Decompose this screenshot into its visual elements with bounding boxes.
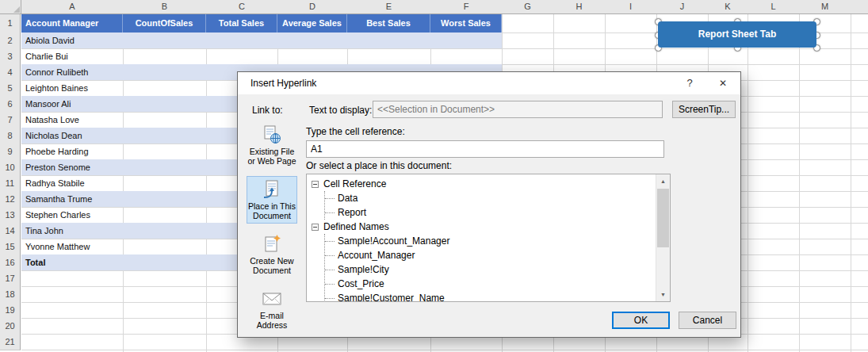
table-header-cell[interactable]: Account Manager <box>21 14 123 33</box>
table-header-cell[interactable]: CountOfSales <box>123 14 206 33</box>
text-to-display-input <box>373 101 663 118</box>
row-header-1[interactable]: 1 <box>0 14 21 33</box>
help-icon[interactable]: ? <box>674 72 705 94</box>
link-to-label: Link to: <box>252 105 283 116</box>
collapse-icon[interactable] <box>312 224 319 231</box>
row-header-8[interactable]: 8 <box>0 128 21 144</box>
sidebar-item-label: Place in This Document <box>247 201 296 220</box>
cell[interactable]: Total <box>21 254 123 270</box>
column-header-I[interactable]: I <box>605 0 657 14</box>
table-header-cell[interactable]: Total Sales <box>206 14 277 33</box>
table-header-cell[interactable]: Average Sales <box>277 14 347 33</box>
tree-children: Data Report <box>324 191 654 220</box>
row-header-16[interactable]: 16 <box>0 254 21 271</box>
row-header-15[interactable]: 15 <box>0 239 21 255</box>
table-header-cell[interactable]: Worst Sales <box>430 14 502 33</box>
column-header-filler <box>851 0 868 14</box>
row-header-3[interactable]: 3 <box>0 48 21 65</box>
tree-item-defined-name[interactable]: Sample!Customer_Name <box>325 291 654 302</box>
column-header-D[interactable]: D <box>277 0 348 14</box>
cell[interactable]: Tina John <box>21 223 123 239</box>
row-header-5[interactable]: 5 <box>0 80 21 97</box>
document-tree-box: Cell Reference Data Report Defined Names… <box>306 174 671 302</box>
row-header-6[interactable]: 6 <box>0 96 21 113</box>
cell[interactable]: Abiola David <box>21 33 123 48</box>
tree-item-label: Defined Names <box>323 220 389 234</box>
cell[interactable]: Charlie Bui <box>21 48 123 64</box>
row-header-19[interactable]: 19 <box>0 302 21 319</box>
row-header-2[interactable]: 2 <box>0 33 21 49</box>
row-header-12[interactable]: 12 <box>0 191 21 208</box>
new-document-icon <box>262 234 282 254</box>
scroll-down-icon[interactable]: ▼ <box>656 288 670 301</box>
screentip-button[interactable]: ScreenTip... <box>672 101 736 118</box>
row-header-4[interactable]: 4 <box>0 64 21 81</box>
row-header-7[interactable]: 7 <box>0 112 21 128</box>
tree-item-defined-name[interactable]: Account_Manager <box>325 248 654 262</box>
row-header-10[interactable]: 10 <box>0 159 21 176</box>
tree-item-defined-name[interactable]: Cost_Price <box>325 277 654 291</box>
sidebar-item-label: Existing File or Web Page <box>247 147 296 166</box>
cell[interactable]: Leighton Baines <box>21 80 123 96</box>
cancel-button[interactable]: Cancel <box>679 312 736 329</box>
row-header-14[interactable]: 14 <box>0 223 21 239</box>
row-header-13[interactable]: 13 <box>0 207 21 224</box>
cell[interactable]: Mansoor Ali <box>21 96 123 112</box>
sidebar-item-email-address[interactable]: E-mail Address <box>247 285 297 333</box>
scrollbar-thumb[interactable] <box>657 189 669 247</box>
sidebar-item-existing-file[interactable]: Existing File or Web Page <box>247 121 297 169</box>
column-header-C[interactable]: C <box>206 0 278 14</box>
tree-item-defined-name[interactable]: Sample!Account_Manager <box>325 234 654 248</box>
cell[interactable]: Connor Rulibeth <box>21 64 123 80</box>
sidebar-item-label: Create New Document <box>247 256 296 275</box>
cell[interactable]: Natasha Love <box>21 112 123 128</box>
column-header-L[interactable]: L <box>748 0 800 14</box>
column-header-B[interactable]: B <box>123 0 207 14</box>
close-icon[interactable]: ✕ <box>707 72 739 94</box>
cell[interactable]: Stephen Charles <box>21 207 123 223</box>
excel-window: ABCDEFGHIJKLM123456789101112131415161718… <box>0 0 868 352</box>
column-header-G[interactable]: G <box>502 0 554 14</box>
row-header-21[interactable]: 21 <box>0 334 21 350</box>
tree-scrollbar: ▲ ▼ <box>656 174 670 301</box>
scroll-up-icon[interactable]: ▲ <box>656 174 670 188</box>
collapse-icon[interactable] <box>312 181 319 188</box>
column-header-F[interactable]: F <box>430 0 503 14</box>
sidebar-item-label: E-mail Address <box>247 311 296 330</box>
row-header-20[interactable]: 20 <box>0 318 21 335</box>
tree-item-data[interactable]: Data <box>325 191 654 205</box>
ok-button[interactable]: OK <box>612 312 670 329</box>
dialog-titlebar[interactable]: Insert Hyperlink ? ✕ <box>238 72 740 94</box>
tree-item-defined-name[interactable]: Sample!City <box>325 262 654 277</box>
row-header-17[interactable]: 17 <box>0 270 21 287</box>
row-header-11[interactable]: 11 <box>0 175 21 192</box>
tree-item-defined-names[interactable]: Defined Names <box>312 220 654 234</box>
column-header-A[interactable]: A <box>21 0 124 14</box>
row-header-9[interactable]: 9 <box>0 143 21 160</box>
select-all-corner[interactable] <box>0 0 21 14</box>
tree-item-report[interactable]: Report <box>325 205 654 220</box>
cell[interactable]: Phoebe Harding <box>21 143 123 159</box>
cell-reference-input[interactable] <box>306 140 664 158</box>
dialog-title: Insert Hyperlink <box>250 78 316 89</box>
tree-item-cell-reference[interactable]: Cell Reference <box>312 177 654 191</box>
column-header-M[interactable]: M <box>799 0 851 14</box>
cell[interactable]: Samantha Trume <box>21 191 123 207</box>
cell[interactable]: Radhya Stabile <box>21 175 123 191</box>
row-header-18[interactable]: 18 <box>0 286 21 303</box>
gridline <box>21 350 868 350</box>
cell[interactable]: Yvonne Matthew <box>21 239 123 254</box>
cell[interactable]: Preston Senome <box>21 159 123 175</box>
column-header-J[interactable]: J <box>656 0 709 14</box>
place-list-label: Or select a place in this document: <box>306 160 452 171</box>
column-header-K[interactable]: K <box>708 0 748 14</box>
report-sheet-tab-shape[interactable]: Report Sheet Tab <box>658 21 816 48</box>
place-in-document-icon <box>262 179 282 200</box>
table-header-cell[interactable]: Best Sales <box>347 14 430 33</box>
column-header-H[interactable]: H <box>553 0 606 14</box>
sidebar-item-place-in-document[interactable]: Place in This Document <box>247 176 297 224</box>
existing-file-icon <box>262 124 282 145</box>
column-header-E[interactable]: E <box>347 0 431 14</box>
sidebar-item-create-new-document[interactable]: Create New Document <box>247 231 297 278</box>
cell[interactable]: Nicholas Dean <box>21 128 123 143</box>
